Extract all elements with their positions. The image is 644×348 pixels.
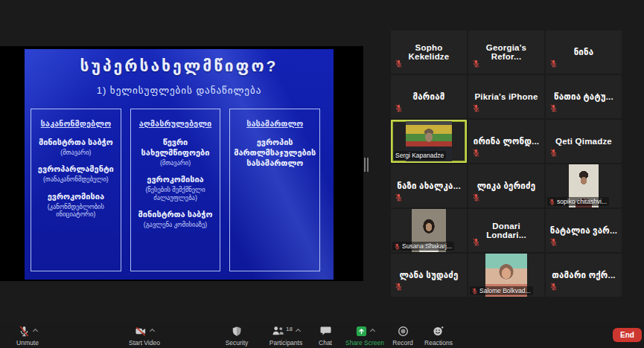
slide-item-note: (კანონმდებლობის ინიციატორი) <box>34 203 118 219</box>
participant-tile[interactable]: ლიკა ბერიძე <box>468 164 544 207</box>
participant-name-label: Susana Shakarj... <box>392 242 454 251</box>
end-meeting-button[interactable]: End <box>613 328 642 342</box>
participant-tile[interactable]: sopiko chitashvi... <box>546 164 622 207</box>
slide-column-1: საკანონმდებლომინისტრთა საბჭო(მთავარი)ევრ… <box>31 109 121 271</box>
chevron-up-icon[interactable] <box>32 329 37 334</box>
slide-column-header: აღმასრულებელი <box>139 119 211 129</box>
slide-item-note: (მთავარი) <box>134 159 217 167</box>
security-button[interactable]: Security <box>218 326 255 347</box>
muted-mic-indicator <box>549 280 558 294</box>
participant-tile[interactable]: Qeti Qimadze <box>546 120 622 163</box>
slide-item: წევრი სახელმწიფოები(მთავარი) <box>134 138 217 167</box>
shared-screen-area: სუპერსახელმწიფო? 1) ხელისუფლების დანაწილ… <box>0 46 363 281</box>
muted-mic-icon <box>395 283 403 291</box>
camera-off-icon <box>135 326 147 337</box>
muted-mic-icon <box>395 193 403 202</box>
participant-tile[interactable]: ლანა სუდაძე <box>391 254 467 297</box>
slide-item-note: (წესების შემქმნელი ძალაუფლება) <box>134 186 217 202</box>
security-label: Security <box>226 339 249 347</box>
muted-mic-icon <box>395 59 403 68</box>
record-button[interactable]: Record <box>386 326 420 347</box>
participants-button[interactable]: 18 Participants <box>259 326 313 347</box>
slide-item: ევროპარლამენტი(თანაკანონმდებელი) <box>34 164 118 183</box>
slide-item-note: (გავლენა კომისიაზე) <box>134 221 217 229</box>
slide-item-name: მინისტრთა საბჭო <box>134 210 217 220</box>
slide-title: სუპერსახელმწიფო? <box>25 57 334 75</box>
muted-mic-indicator <box>395 57 403 71</box>
unmute-label: Unmute <box>16 339 39 347</box>
participants-count-badge: 18 <box>286 326 293 332</box>
participants-icon <box>272 326 284 336</box>
participant-tile[interactable]: ნატალია ვარ... <box>546 209 622 252</box>
muted-mic-icon <box>472 193 480 202</box>
participant-name: Susana Shakarj... <box>402 242 452 250</box>
chat-bubble-icon <box>320 326 331 336</box>
participant-tile[interactable]: Georgia's Refor... <box>468 30 544 74</box>
slide-column-3: სასამართლოევროპის მართლმსაჯულების სასამა… <box>229 109 320 271</box>
participant-tile[interactable]: მარიამ <box>391 75 467 118</box>
participant-tile[interactable]: Pikria's iPhone <box>468 75 544 118</box>
participant-tile[interactable]: თამარი ოქრ... <box>546 254 622 297</box>
share-screen-label: Share Screen <box>345 339 384 347</box>
muted-mic-icon <box>472 59 480 68</box>
slide-column-2: აღმასრულებელიწევრი სახელმწიფოები(მთავარი… <box>130 109 221 271</box>
participant-name: ნაზი ახალკა... <box>393 181 465 191</box>
participant-tile[interactable]: Donari Londari... <box>468 209 544 252</box>
chevron-up-icon[interactable] <box>296 329 301 334</box>
reactions-label: Reactions <box>424 339 453 347</box>
panel-resize-handle[interactable] <box>364 158 370 172</box>
shield-icon <box>232 326 242 337</box>
muted-mic-icon <box>394 243 401 250</box>
slide-item-name: ევროკომისია <box>134 175 217 185</box>
start-video-button[interactable]: Start Video <box>112 326 177 347</box>
participant-tile[interactable]: Sopho Kekelidze <box>391 30 467 74</box>
share-screen-icon <box>356 326 367 337</box>
participant-tile[interactable]: Salome Bolkvad... <box>468 254 544 297</box>
slide-subtitle: 1) ხელისუფლების დანაწილება <box>25 85 334 96</box>
unmute-button[interactable]: Unmute <box>3 326 52 347</box>
muted-mic-indicator <box>472 236 480 249</box>
muted-mic-indicator <box>549 102 558 115</box>
slide-item: მინისტრთა საბჭო(გავლენა კომისიაზე) <box>134 210 217 228</box>
participant-name: ნატალია ვარ... <box>546 225 621 236</box>
muted-mic-indicator <box>549 146 558 160</box>
muted-mic-icon <box>472 104 480 112</box>
chat-button[interactable]: Chat <box>311 326 339 347</box>
slide-item-name: ევროპის მართლმსაჯულების სასამართლო <box>233 138 316 168</box>
participant-name: წათია ტატუ... <box>550 91 617 102</box>
reactions-button[interactable]: Reactions <box>420 326 457 347</box>
muted-mic-icon <box>549 104 558 112</box>
participant-name: Salome Bolkvad... <box>479 287 531 294</box>
meeting-toolbar: Unmute Start Video Security <box>0 323 644 348</box>
chevron-up-icon[interactable] <box>369 329 374 334</box>
participant-tile[interactable]: წათია ტატუ... <box>546 75 622 118</box>
slide-item-name: ევროპარლამენტი <box>34 164 118 175</box>
participant-name-label: Salome Bolkvad... <box>470 286 533 295</box>
slide-item: ევროკომისია(წესების შემქმნელი ძალაუფლება… <box>134 175 217 202</box>
participant-tile[interactable]: Sergi Kapanadze <box>391 120 467 163</box>
muted-mic-icon <box>472 238 480 246</box>
muted-mic-icon <box>549 283 558 291</box>
participant-name-label: Sergi Kapanadze <box>394 151 446 160</box>
chevron-up-icon[interactable] <box>150 329 155 334</box>
slide-item-name: მინისტრთა საბჭო <box>34 138 118 148</box>
share-screen-button[interactable]: Share Screen <box>337 326 393 347</box>
reactions-smiley-icon <box>433 326 444 337</box>
slide-column-header: საკანონმდებლო <box>41 119 112 129</box>
participant-tile[interactable]: ირინა ლონდ... <box>468 120 544 163</box>
participant-name: ნინა <box>570 47 598 57</box>
participant-name: ლიკა ბერიძე <box>474 181 540 191</box>
muted-mic-icon <box>549 199 555 205</box>
participant-tile[interactable]: ნაზი ახალკა... <box>391 164 467 207</box>
participants-gallery: Sopho KekelidzeGeorgia's Refor...ნინამარ… <box>391 30 622 297</box>
participant-name-label: sopiko chitashvi... <box>547 197 609 206</box>
muted-mic-icon <box>549 149 558 157</box>
muted-mic-icon <box>472 149 480 157</box>
slide-item: ევროკომისია(კანონმდებლობის ინიციატორი) <box>34 192 118 219</box>
muted-mic-indicator <box>472 57 480 71</box>
participant-tile[interactable]: ნინა <box>546 30 622 74</box>
muted-mic-indicator <box>395 191 403 204</box>
participant-name: მარიამ <box>409 91 449 102</box>
participant-tile[interactable]: Susana Shakarj... <box>391 209 467 252</box>
presentation-slide: სუპერსახელმწიფო? 1) ხელისუფლების დანაწილ… <box>25 49 334 280</box>
